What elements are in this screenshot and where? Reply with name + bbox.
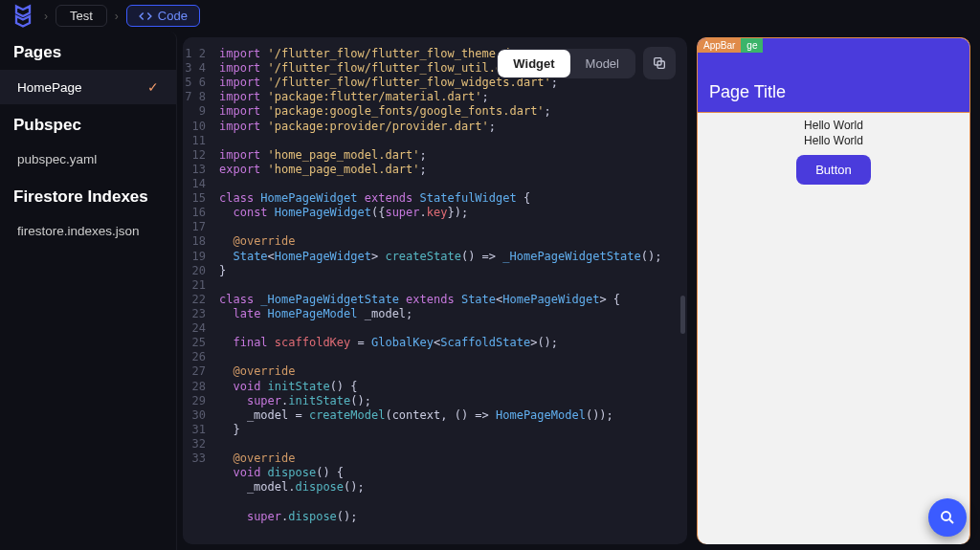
appbar-title: Page Title: [709, 82, 786, 102]
code-icon: [139, 10, 152, 23]
tab-model[interactable]: Model: [570, 50, 635, 77]
chevron-right-icon: ›: [111, 10, 122, 23]
breadcrumb-project[interactable]: Test: [56, 5, 107, 27]
check-icon: ✓: [147, 79, 159, 95]
copy-icon: [652, 55, 667, 71]
search-icon: [939, 509, 956, 526]
preview-text: Hello World: [804, 134, 863, 147]
preview-text: Hello World: [804, 119, 863, 132]
preview-button[interactable]: Button: [796, 155, 871, 185]
overlay-tag-appbar: AppBar: [698, 38, 741, 53]
sidebar-section-title: Pubspec: [0, 104, 176, 143]
sidebar-item-label: firestore.indexes.json: [17, 224, 140, 238]
sidebar-item-label: HomePage: [17, 80, 82, 95]
breadcrumb-code-view[interactable]: Code: [126, 5, 200, 27]
search-fab[interactable]: [928, 498, 967, 537]
line-gutter: 1 2 3 4 5 6 7 8 9 10 11 12 13 14 15 16 1…: [183, 37, 212, 544]
code-content[interactable]: import '/flutter_flow/flutter_flow_theme…: [212, 37, 687, 544]
sidebar-section-title: Pages: [0, 32, 176, 70]
sidebar: PagesHomePage✓Pubspecpubspec.yamlFiresto…: [0, 32, 177, 550]
sidebar-section-title: Firestore Indexes: [0, 176, 176, 214]
editor-toolbar: Widget Model: [497, 47, 676, 79]
preview-overlay-tags: AppBar ge: [698, 38, 763, 53]
sidebar-item[interactable]: firestore.indexes.json: [0, 214, 176, 248]
widget-model-toggle: Widget Model: [497, 49, 635, 78]
preview-body: Hello World Hello World Button: [698, 113, 969, 185]
scrollbar-thumb[interactable]: [680, 296, 685, 334]
main-area: 1 2 3 4 5 6 7 8 9 10 11 12 13 14 15 16 1…: [177, 32, 980, 550]
tab-widget[interactable]: Widget: [498, 50, 569, 77]
app-logo-icon[interactable]: [10, 6, 36, 27]
topbar: › Test › Code: [0, 0, 980, 32]
svg-point-2: [942, 512, 950, 520]
sidebar-item[interactable]: HomePage✓: [0, 70, 176, 104]
chevron-right-icon: ›: [40, 10, 52, 23]
device-preview[interactable]: AppBar ge Page Title Hello World Hello W…: [697, 37, 970, 544]
sidebar-item-label: pubspec.yaml: [17, 152, 97, 166]
code-editor-pane: 1 2 3 4 5 6 7 8 9 10 11 12 13 14 15 16 1…: [183, 37, 687, 544]
sidebar-item[interactable]: pubspec.yaml: [0, 143, 176, 176]
preview-pane: AppBar ge Page Title Hello World Hello W…: [693, 32, 980, 550]
copy-code-button[interactable]: [643, 47, 676, 79]
overlay-tag-secondary: ge: [741, 38, 763, 53]
breadcrumb-code-label: Code: [158, 9, 188, 23]
